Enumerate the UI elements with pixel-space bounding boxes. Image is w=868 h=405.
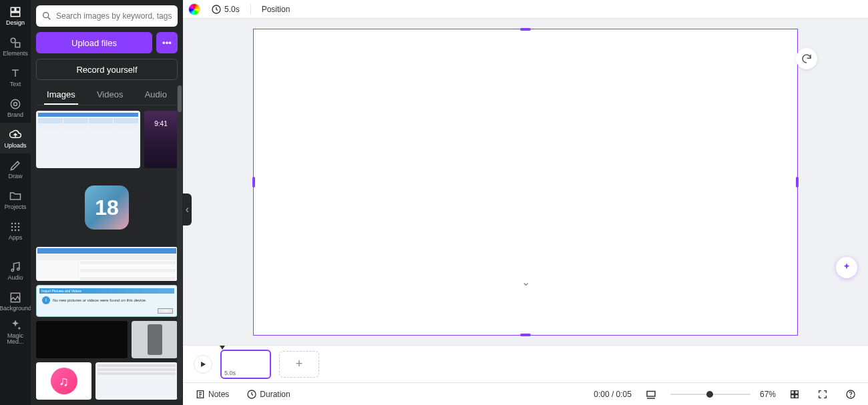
music-circle-icon: ♫ <box>51 368 77 394</box>
notes-icon <box>195 389 206 400</box>
thumbnail-phone-lockscreen[interactable]: 9:41 <box>144 111 178 168</box>
view-mode-button[interactable] <box>641 386 661 402</box>
resize-handle-right[interactable] <box>796 177 799 187</box>
grid-icon <box>789 389 800 400</box>
grid-view-button[interactable] <box>785 387 804 402</box>
thumbnail-spreadsheet[interactable] <box>36 111 140 168</box>
panel-scrollbar[interactable] <box>177 85 182 400</box>
notes-label: Notes <box>208 390 229 399</box>
duration-value: 5.0s <box>224 5 240 14</box>
page-canvas[interactable] <box>253 29 798 336</box>
magic-assist-button[interactable] <box>836 257 857 278</box>
upload-gallery[interactable]: 9:41 18 Import Pictures and Videos i No … <box>36 111 178 400</box>
editor-main: 5.0s Position ⌄ 5.0s <box>183 0 868 405</box>
rail-item-background[interactable]: Background <box>0 286 31 316</box>
dialog-ok-button: OK <box>158 308 173 314</box>
sparkle-icon <box>841 262 853 274</box>
thumbnail-import-dialog[interactable]: Import Pictures and Videos i No new pict… <box>36 285 178 317</box>
zoom-slider[interactable] <box>670 394 750 395</box>
editor-topbar: 5.0s Position <box>183 0 868 19</box>
help-icon <box>845 389 856 400</box>
tab-images[interactable]: Images <box>44 85 78 105</box>
upload-files-button[interactable]: Upload files <box>36 32 152 53</box>
help-button[interactable] <box>841 387 860 402</box>
rail-item-audio[interactable]: Audio <box>0 255 31 286</box>
add-page-button[interactable]: + <box>279 351 319 378</box>
svg-point-17 <box>17 268 19 270</box>
search-input[interactable] <box>56 11 172 21</box>
svg-point-29 <box>851 396 851 397</box>
playhead-marker[interactable] <box>220 346 225 350</box>
rail-item-magic-media[interactable]: Magic Med... <box>0 316 31 347</box>
duration-button-bottom[interactable]: Duration <box>242 387 294 402</box>
svg-point-13 <box>11 229 13 231</box>
resize-handle-bottom[interactable] <box>520 334 531 336</box>
rail-item-brand[interactable]: Brand <box>0 92 31 123</box>
rail-item-elements[interactable]: Elements <box>0 31 31 61</box>
image-icon <box>9 291 22 304</box>
resize-handle-top[interactable] <box>520 28 531 31</box>
rail-item-text[interactable]: Text <box>0 61 31 92</box>
zoom-value: 67% <box>760 390 776 399</box>
refresh-button[interactable] <box>796 48 817 69</box>
svg-point-19 <box>43 13 49 18</box>
play-button[interactable] <box>194 355 212 374</box>
shapes-icon <box>9 36 22 49</box>
rail-label: Uploads <box>4 143 26 149</box>
notes-button[interactable]: Notes <box>191 387 233 402</box>
svg-rect-27 <box>795 394 799 398</box>
rail-item-projects[interactable]: Projects <box>0 184 31 215</box>
brand-icon <box>9 97 22 111</box>
position-button[interactable]: Position <box>259 3 293 15</box>
thumbnail-settings-pane[interactable] <box>95 362 178 400</box>
svg-rect-4 <box>15 43 20 47</box>
thumbnail-ios18-icon[interactable]: 18 <box>85 185 129 230</box>
thumbnail-music-app[interactable]: ♫ <box>36 362 91 400</box>
svg-point-15 <box>18 229 20 231</box>
color-picker-button[interactable] <box>188 3 200 15</box>
tab-videos[interactable]: Videos <box>94 85 126 105</box>
fullscreen-icon <box>817 389 828 400</box>
folder-icon <box>9 189 22 203</box>
svg-rect-1 <box>16 7 20 11</box>
rail-label: Elements <box>3 51 28 57</box>
dialog-title: Import Pictures and Videos <box>39 288 174 294</box>
thumbnail-iphone-back[interactable] <box>132 321 178 358</box>
info-icon: i <box>42 296 50 304</box>
template-icon <box>9 5 22 19</box>
thumbnail-file-explorer[interactable] <box>36 247 178 281</box>
left-rail: Design Elements Text Brand Uploads Draw … <box>0 0 31 405</box>
svg-point-8 <box>15 222 17 224</box>
svg-rect-25 <box>795 390 799 394</box>
thumbnail-terminal[interactable] <box>36 321 128 358</box>
record-yourself-button[interactable]: Record yourself <box>36 59 178 80</box>
svg-point-16 <box>11 269 13 271</box>
duration-button[interactable]: 5.0s <box>208 3 242 16</box>
plus-icon: + <box>296 357 303 371</box>
canvas-area[interactable]: ⌄ <box>183 19 868 345</box>
svg-point-10 <box>11 226 13 228</box>
rail-item-draw[interactable]: Draw <box>0 153 31 184</box>
zoom-slider-thumb[interactable] <box>706 391 713 398</box>
rail-item-uploads[interactable]: Uploads <box>0 123 31 153</box>
svg-point-11 <box>15 226 17 228</box>
svg-point-3 <box>11 38 15 43</box>
svg-rect-24 <box>791 390 795 394</box>
rail-label: Magic Med... <box>0 333 31 345</box>
media-tabs: Images Videos Audio <box>36 85 178 105</box>
svg-rect-26 <box>791 394 795 398</box>
tab-audio[interactable]: Audio <box>142 85 170 105</box>
search-icon <box>41 11 52 21</box>
timeline-clip[interactable]: 5.0s <box>220 350 271 379</box>
timeline: 5.0s + <box>183 345 868 382</box>
rail-item-design[interactable]: Design <box>0 0 31 31</box>
svg-point-6 <box>11 99 19 108</box>
clock-icon <box>211 4 222 15</box>
rail-item-apps[interactable]: Apps <box>0 215 31 246</box>
upload-more-button[interactable]: ••• <box>156 32 178 53</box>
dialog-body: No new pictures or videos were found on … <box>53 298 146 302</box>
expand-pages-button[interactable]: ⌄ <box>516 278 535 285</box>
resize-handle-left[interactable] <box>252 177 255 187</box>
fullscreen-button[interactable] <box>813 387 832 402</box>
duration-label: Duration <box>260 390 290 399</box>
